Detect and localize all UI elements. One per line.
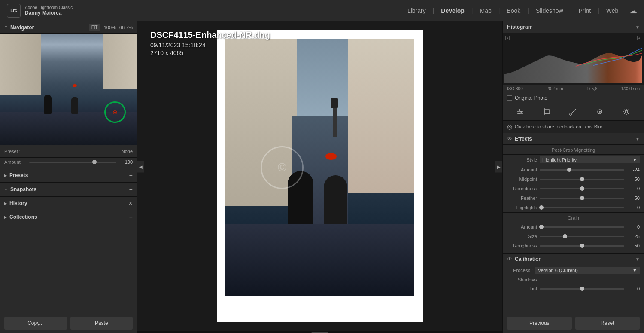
post-crop-vignetting-title: Post-Crop Vignetting [503,145,644,155]
vignette-highlights-thumb[interactable] [539,205,544,210]
filmstrip[interactable] [137,331,502,333]
brush-tool-icon[interactable] [567,106,579,118]
iso-value: ISO 800 [507,86,523,91]
right-panel-collapse-btn[interactable]: ▶ [495,161,502,172]
vignette-midpoint-thumb[interactable] [580,177,584,181]
vignette-highlights-row: Highlights 0 [503,203,644,212]
amount-row: Amount 100 [0,158,137,168]
photo-filename: DSCF4115-Enhanced-NR.dng [150,30,270,40]
nav-figure-2 [71,97,78,114]
process-row: Process : Version 6 (Current) ▼ [503,265,644,275]
hist-arrow-up-left[interactable]: ▲ [505,36,510,40]
tint-value: 0 [627,286,640,291]
amount-slider-track[interactable] [29,162,116,163]
photo-frame: © [217,30,423,322]
street-photo: © [225,39,414,296]
presets-add-btn[interactable]: + [129,172,133,179]
snapshots-collapse-icon[interactable]: ▼ [4,188,8,192]
building-right [348,39,414,193]
tint-slider[interactable] [540,286,624,292]
collections-collapse-icon[interactable]: ▶ [4,215,7,219]
vignette-feather-slider[interactable] [540,195,624,201]
original-photo-checkbox[interactable] [507,95,512,101]
snapshots-section-header[interactable]: ▼ Snapshots + [0,183,137,197]
crop-tool-icon[interactable] [541,106,553,118]
zoom-100[interactable]: 100% [104,25,116,30]
grain-size-value: 25 [627,234,640,239]
history-close-btn[interactable]: ✕ [128,200,133,206]
image-container[interactable]: DSCF4115-Enhanced-NR.dng 09/11/2023 15:1… [137,21,502,331]
calibration-eye-icon[interactable]: 👁 [507,256,512,262]
history-section-header[interactable]: ▶ History ✕ [0,197,137,210]
eye-dropper-icon[interactable] [594,106,606,118]
vignette-roundness-slider[interactable] [540,186,624,192]
vignette-amount-value: -24 [627,167,640,172]
grain-amount-thumb[interactable] [539,225,544,229]
lens-blur-text[interactable]: Click here to share feedback on Lens Blu… [515,124,604,129]
nav-book[interactable]: Book [502,6,525,16]
copy-button[interactable]: Copy... [4,317,67,330]
hist-arrow-up-right[interactable]: ▲ [637,36,641,40]
nav-develop[interactable]: Develop [437,6,468,16]
zoom-66[interactable]: 66.7% [119,25,133,30]
vignette-amount-slider[interactable] [540,167,624,173]
collections-title: Collections [9,214,37,220]
histogram-bg: ▲ ▲ [504,35,642,83]
grain-roughness-thumb[interactable] [580,244,584,248]
grain-roughness-slider[interactable] [540,243,624,249]
nav-web[interactable]: Web [602,6,623,16]
process-label: Process : [507,268,533,273]
paste-button[interactable]: Paste [70,317,133,330]
snapshots-add-btn[interactable]: + [129,186,133,193]
effects-chevron-icon[interactable]: ▼ [635,137,640,141]
nav-print[interactable]: Print [574,6,595,16]
history-collapse-icon[interactable]: ▶ [4,202,7,205]
vignette-amount-thumb[interactable] [567,168,571,172]
navigator-collapse-icon[interactable]: ▼ [4,25,8,29]
collections-section-header[interactable]: ▶ Collections + [0,210,137,224]
sliders-tool-icon[interactable] [514,106,526,118]
navigator-preview[interactable]: ⊕ [0,34,137,145]
vignette-feather-thumb[interactable] [580,196,584,200]
nav-map[interactable]: Map [475,6,495,16]
presets-section-header[interactable]: ▶ Presets + [0,168,137,183]
grain-amount-slider[interactable] [540,224,624,230]
nav-circle-inner: ⊕ [112,109,118,116]
tint-thumb[interactable] [580,287,584,291]
effects-header[interactable]: 👁 Effects ▼ [503,133,644,145]
grain-size-thumb[interactable] [563,234,567,238]
original-photo-label: Original Photo [515,95,547,101]
effects-title: Effects [515,136,532,142]
vignette-roundness-thumb[interactable] [580,186,584,191]
watermark: © [261,146,304,189]
previous-button[interactable]: Previous [507,317,572,330]
presets-collapse-icon[interactable]: ▶ [4,174,7,177]
grain-title: Grain [503,212,644,222]
nav-slideshow[interactable]: Slideshow [532,6,568,16]
gear-tool-icon[interactable] [620,106,632,118]
amount-value: 100 [120,159,133,165]
vignette-feather-row: Feather 50 [503,193,644,203]
process-dropdown[interactable]: Version 6 (Current) ▼ [535,267,640,274]
calibration-header[interactable]: 👁 Calibration ▼ [503,253,644,265]
vignette-highlights-slider[interactable] [540,205,624,211]
vignette-midpoint-slider[interactable] [540,176,624,182]
left-panel-collapse-btn[interactable]: ◀ [137,161,144,172]
grain-size-slider[interactable] [540,233,624,239]
zoom-fit-btn[interactable]: FIT [89,24,100,31]
style-dropdown[interactable]: Highlight Priority ▼ [540,156,640,163]
shadows-label: Shadows [507,277,537,282]
amount-slider-thumb[interactable] [92,160,97,164]
effects-eye-icon[interactable]: 👁 [507,136,512,142]
cloud-icon[interactable]: ☁ [629,6,637,15]
histogram-options-icon[interactable]: ▼ [635,25,640,30]
vignette-roundness-value: 0 [627,186,640,191]
collections-add-btn[interactable]: + [129,214,133,220]
nav-library[interactable]: Library [403,6,430,16]
center-area: DSCF4115-Enhanced-NR.dng 09/11/2023 15:1… [137,21,502,333]
reset-button[interactable]: Reset [575,317,640,330]
app-branding: Lrc Adobe Lightroom Classic Danny Maiorc… [7,4,73,18]
calibration-chevron-icon[interactable]: ▼ [635,257,640,262]
preset-value: None [122,149,133,154]
grain-amount-label: Amount [507,224,537,229]
